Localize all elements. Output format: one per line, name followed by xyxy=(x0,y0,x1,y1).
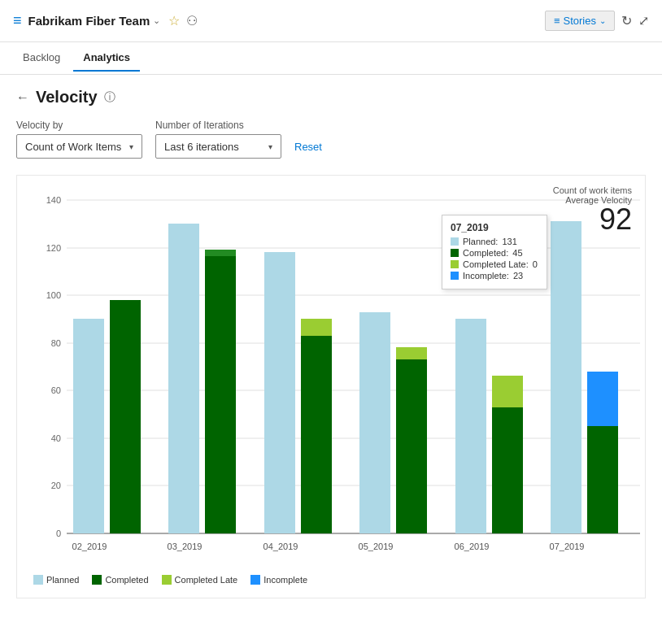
iterations-chevron-icon: ▾ xyxy=(268,142,272,151)
bar-group-03-2019: 03_2019 xyxy=(168,224,236,551)
completed-bar xyxy=(396,359,427,533)
svg-text:07_2019: 07_2019 xyxy=(550,542,585,551)
completed-bar xyxy=(110,300,141,533)
tooltip-planned-value: 131 xyxy=(502,237,516,246)
completed-bar xyxy=(301,336,332,533)
legend-planned-label: Planned xyxy=(46,575,79,585)
legend-incomplete-color xyxy=(250,575,260,585)
bar-group-04-2019: 04_2019 xyxy=(263,252,332,551)
svg-text:120: 120 xyxy=(46,243,61,253)
reset-button[interactable]: Reset xyxy=(294,134,322,159)
average-velocity-value: 92 xyxy=(553,205,632,234)
header: ≡ Fabrikam Fiber Team ⌄ ☆ ⚇ ≡ Stories ⌄ … xyxy=(0,0,662,42)
tooltip-completed-value: 45 xyxy=(512,248,522,258)
incomplete-bar xyxy=(587,372,618,426)
tooltip-sprint: 07_2019 xyxy=(451,222,538,233)
tooltip-incomplete-row: Incomplete: 23 xyxy=(451,271,538,281)
planned-bar xyxy=(168,224,199,533)
nav-tabs: Backlog Analytics xyxy=(0,42,662,75)
team-icon: ≡ xyxy=(13,12,22,29)
chart-area: Count of work items Average Velocity 92 … xyxy=(16,175,646,598)
svg-text:40: 40 xyxy=(51,433,61,443)
planned-bar xyxy=(73,319,104,533)
legend-incomplete: Incomplete xyxy=(250,575,307,585)
planned-bar xyxy=(455,319,486,533)
page-title: Velocity xyxy=(36,88,98,107)
svg-text:06_2019: 06_2019 xyxy=(455,542,490,551)
svg-text:140: 140 xyxy=(46,195,61,205)
tooltip-completed-late-row: Completed Late: 0 xyxy=(451,259,538,269)
legend-completed-late-label: Completed Late xyxy=(175,575,238,585)
tooltip-planned-row: Planned: 131 xyxy=(451,237,538,246)
svg-text:20: 20 xyxy=(51,481,61,490)
page-content: ← Velocity ⓘ Velocity by Count of Work I… xyxy=(0,75,662,611)
completed-late-bar xyxy=(396,347,427,359)
tooltip-completed-late-color xyxy=(451,260,459,268)
iterations-label: Number of Iterations xyxy=(155,120,281,131)
svg-text:04_2019: 04_2019 xyxy=(263,542,298,551)
completed-bar xyxy=(587,426,618,533)
legend-completed-late: Completed Late xyxy=(162,575,238,585)
velocity-metric-label: Count of work items xyxy=(553,185,632,195)
team-chevron-icon[interactable]: ⌄ xyxy=(153,15,160,26)
legend-completed-late-color xyxy=(162,575,172,585)
legend-incomplete-label: Incomplete xyxy=(263,575,307,585)
svg-text:60: 60 xyxy=(51,385,61,395)
help-icon[interactable]: ⓘ xyxy=(104,90,115,105)
stories-button[interactable]: ≡ Stories ⌄ xyxy=(545,11,615,31)
tab-backlog[interactable]: Backlog xyxy=(13,45,70,72)
completed-late-bar xyxy=(301,319,332,336)
legend-planned-color xyxy=(33,575,43,585)
velocity-by-chevron-icon: ▾ xyxy=(129,142,133,151)
svg-text:02_2019: 02_2019 xyxy=(72,542,107,551)
tooltip-incomplete-color xyxy=(451,272,459,280)
chart-tooltip: 07_2019 Planned: 131 Completed: 45 Compl… xyxy=(442,215,547,289)
expand-button[interactable]: ⤢ xyxy=(638,13,649,28)
header-actions: ≡ Stories ⌄ ↻ ⤢ xyxy=(545,11,649,31)
bar-group-07-2019: 07_2019 xyxy=(550,221,618,551)
legend-planned: Planned xyxy=(33,575,79,585)
planned-bar xyxy=(359,312,390,533)
stories-label: Stories xyxy=(564,15,596,27)
completed-top xyxy=(205,250,236,256)
tooltip-planned-label: Planned: xyxy=(463,237,498,246)
bar-group-02-2019: 02_2019 xyxy=(72,300,141,551)
legend-completed-label: Completed xyxy=(105,575,148,585)
planned-bar xyxy=(264,252,295,533)
refresh-button[interactable]: ↻ xyxy=(621,13,632,28)
svg-text:03_2019: 03_2019 xyxy=(168,542,203,551)
iterations-filter: Number of Iterations Last 6 iterations ▾ xyxy=(155,120,281,159)
bar-chart: 140 120 100 80 60 40 xyxy=(30,192,648,566)
iterations-dropdown[interactable]: Last 6 iterations ▾ xyxy=(155,134,281,159)
tooltip-planned-color xyxy=(451,237,459,246)
iterations-value: Last 6 iterations xyxy=(164,141,239,153)
tab-analytics[interactable]: Analytics xyxy=(73,45,140,72)
team-name: Fabrikam Fiber Team xyxy=(28,14,150,28)
planned-bar xyxy=(551,221,581,533)
velocity-by-filter: Velocity by Count of Work Items ▾ xyxy=(16,120,142,159)
completed-bar xyxy=(205,250,236,533)
title-row: ← Velocity ⓘ xyxy=(16,88,646,107)
velocity-by-dropdown[interactable]: Count of Work Items ▾ xyxy=(16,134,142,159)
tooltip-completed-late-label: Completed Late: xyxy=(463,259,529,269)
tooltip-completed-late-value: 0 xyxy=(533,259,538,269)
legend-completed: Completed xyxy=(92,575,148,585)
back-button[interactable]: ← xyxy=(16,90,29,105)
stories-icon: ≡ xyxy=(554,15,560,27)
chart-legend: Planned Completed Completed Late Incompl… xyxy=(30,575,632,585)
completed-bar xyxy=(492,407,523,533)
legend-completed-color xyxy=(92,575,102,585)
tooltip-incomplete-value: 23 xyxy=(513,271,523,281)
favorite-star-icon[interactable]: ☆ xyxy=(168,13,180,28)
svg-text:80: 80 xyxy=(51,338,61,348)
completed-late-bar xyxy=(492,376,523,407)
bar-group-06-2019: 06_2019 xyxy=(455,319,523,551)
velocity-summary: Count of work items Average Velocity 92 xyxy=(553,185,632,234)
stories-chevron-icon: ⌄ xyxy=(599,16,606,25)
svg-text:0: 0 xyxy=(56,529,61,538)
tooltip-completed-color xyxy=(451,249,459,257)
filters-row: Velocity by Count of Work Items ▾ Number… xyxy=(16,120,646,159)
people-icon[interactable]: ⚇ xyxy=(186,13,198,28)
velocity-by-label: Velocity by xyxy=(16,120,142,131)
bar-group-05-2019: 05_2019 xyxy=(359,312,427,551)
